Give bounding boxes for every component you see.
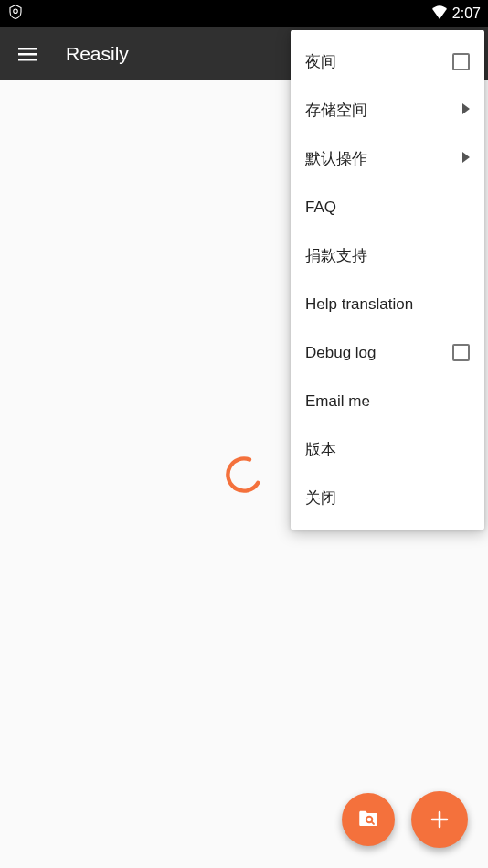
- menu-item-label: 默认操作: [305, 148, 367, 169]
- menu-item-debug-log[interactable]: Debug log: [291, 328, 484, 377]
- menu-item-label: Email me: [305, 392, 370, 411]
- svg-point-0: [14, 9, 18, 14]
- checkbox-icon: [452, 344, 470, 361]
- svg-point-4: [224, 455, 264, 495]
- menu-item-label: 版本: [305, 439, 336, 460]
- menu-item-night[interactable]: 夜间: [291, 38, 484, 86]
- svg-rect-1: [18, 48, 37, 50]
- folder-search-fab[interactable]: [342, 793, 395, 846]
- status-left: [7, 4, 24, 24]
- fab-container: [342, 791, 468, 848]
- menu-item-close[interactable]: 关闭: [291, 474, 484, 522]
- menu-item-label: 存储空间: [305, 100, 367, 121]
- overflow-menu: 夜间 存储空间 默认操作 FAQ 捐款支持 Help translation D…: [291, 30, 484, 530]
- menu-item-version[interactable]: 版本: [291, 425, 484, 474]
- menu-item-label: Help translation: [305, 295, 413, 314]
- menu-item-label: Debug log: [305, 344, 377, 362]
- status-bar: 2:07: [0, 0, 488, 27]
- status-time: 2:07: [452, 5, 481, 22]
- checkbox-icon: [452, 53, 470, 70]
- menu-item-label: 捐款支持: [305, 245, 367, 266]
- menu-item-default-action[interactable]: 默认操作: [291, 134, 484, 183]
- hamburger-menu-button[interactable]: [16, 43, 38, 65]
- menu-item-label: FAQ: [305, 198, 336, 217]
- menu-item-email-me[interactable]: Email me: [291, 377, 484, 425]
- status-right: 2:07: [430, 5, 481, 23]
- svg-rect-3: [18, 59, 37, 61]
- add-fab[interactable]: [411, 791, 468, 848]
- app-title: Reasily: [66, 43, 129, 65]
- svg-rect-2: [18, 53, 37, 56]
- menu-item-faq[interactable]: FAQ: [291, 183, 484, 231]
- wifi-icon: [430, 5, 449, 23]
- shield-icon: [7, 4, 24, 24]
- menu-item-label: 夜间: [305, 51, 336, 72]
- menu-item-donate[interactable]: 捐款支持: [291, 231, 484, 280]
- menu-item-label: 关闭: [305, 488, 336, 509]
- chevron-right-icon: [462, 103, 470, 117]
- menu-item-help-translation[interactable]: Help translation: [291, 280, 484, 328]
- chevron-right-icon: [462, 152, 470, 166]
- menu-item-storage[interactable]: 存储空间: [291, 86, 484, 134]
- loading-spinner: [224, 455, 264, 495]
